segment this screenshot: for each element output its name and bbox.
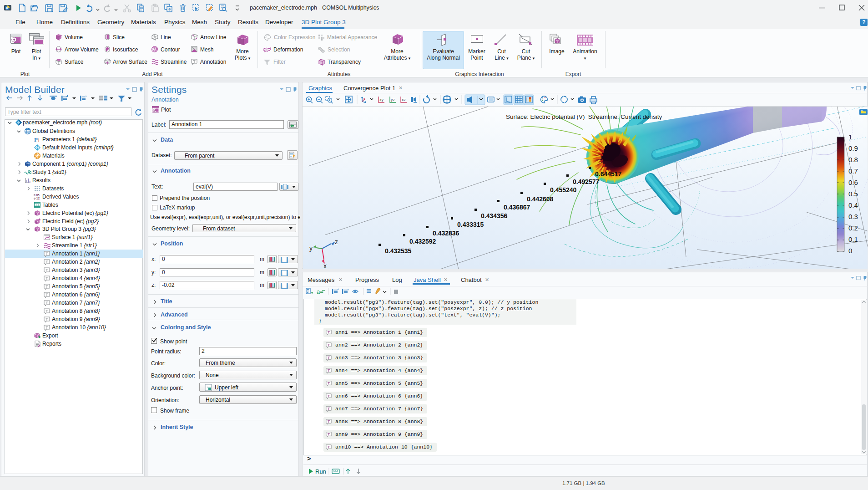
svg-text:0.455240: 0.455240	[550, 186, 577, 194]
svg-text:0.492577: 0.492577	[573, 178, 600, 185]
svg-text:0.2: 0.2	[848, 224, 858, 232]
svg-text:0.432836: 0.432836	[433, 230, 459, 237]
svg-text:xy: xy	[379, 97, 384, 102]
svg-text:xz: xz	[402, 97, 406, 102]
svg-text:1: 1	[848, 133, 852, 141]
svg-text:0.432535: 0.432535	[385, 247, 412, 255]
svg-text:0.1: 0.1	[848, 235, 858, 243]
svg-text:0.9: 0.9	[848, 144, 858, 152]
svg-text:0.434356: 0.434356	[481, 212, 508, 219]
svg-text:0.7: 0.7	[848, 167, 858, 175]
svg-text:x: x	[323, 262, 327, 269]
svg-text:Run: Run	[315, 468, 326, 475]
svg-text:i: i	[38, 138, 39, 143]
svg-text:0.3: 0.3	[848, 213, 858, 220]
svg-text:0.442608: 0.442608	[527, 195, 554, 203]
svg-text:y: y	[309, 245, 313, 252]
svg-text:0.5: 0.5	[848, 190, 858, 198]
svg-text:P: P	[34, 136, 38, 143]
svg-text:0.4: 0.4	[848, 201, 858, 209]
svg-text:0.644517: 0.644517	[595, 170, 622, 178]
svg-text:0.432592: 0.432592	[409, 238, 436, 245]
svg-text:yz: yz	[391, 97, 395, 102]
svg-text:z: z	[335, 238, 338, 245]
svg-text:e-12: e-12	[34, 197, 40, 200]
svg-text:8.85: 8.85	[34, 194, 40, 197]
svg-text:Surface: Electric potential (V: Surface: Electric potential (V) Streamli…	[506, 113, 662, 120]
svg-text:0: 0	[848, 247, 852, 255]
svg-text:0.433315: 0.433315	[457, 221, 484, 228]
svg-text:0.6: 0.6	[848, 179, 858, 186]
svg-text:0.436867: 0.436867	[504, 204, 530, 211]
svg-text:0.8: 0.8	[848, 156, 858, 163]
svg-text:a=: a=	[317, 288, 323, 295]
